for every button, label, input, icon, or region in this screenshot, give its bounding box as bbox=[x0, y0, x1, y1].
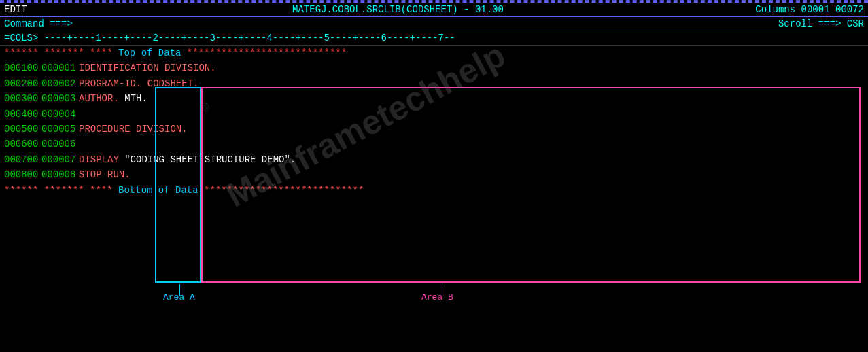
header-bar: EDIT MATEGJ.COBOL.SRCLIB(CODSHEET) - 01.… bbox=[0, 1, 868, 17]
command-bar: Command ===> Scroll ===> CSR bbox=[0, 17, 868, 31]
code-line-5: 000500 000005 PROCEDURE DIVISION. bbox=[0, 122, 868, 137]
code-content-8: STOP RUN. bbox=[79, 167, 864, 182]
line-num-7b: 000007 bbox=[41, 152, 79, 167]
header-mode: EDIT bbox=[4, 4, 27, 15]
line-num-3a: 000300 bbox=[4, 91, 41, 106]
line-num-1b: 000001 bbox=[41, 60, 79, 75]
code-line-4: 000400 000004 bbox=[0, 107, 868, 122]
bottom-stars-line: ****** ******* **** Bottom of Data *****… bbox=[0, 183, 868, 198]
code-content-3: AUTHOR. MTH. bbox=[79, 91, 864, 106]
code-line-8: 000800 000008 STOP RUN. bbox=[0, 167, 868, 182]
top-stars-line: ****** ******* **** Top of Data ********… bbox=[0, 46, 868, 60]
line-num-2a: 000200 bbox=[4, 76, 41, 91]
code-content-5: PROCEDURE DIVISION. bbox=[79, 122, 864, 137]
code-area: 000100 000001 IDENTIFICATION DIVISION. 0… bbox=[0, 60, 868, 182]
code-line-1: 000100 000001 IDENTIFICATION DIVISION. bbox=[0, 60, 868, 75]
code-content-2: PROGRAM-ID. CODSHEET. bbox=[79, 76, 864, 91]
line-num-5b: 000005 bbox=[41, 122, 79, 137]
editor-container: EDIT MATEGJ.COBOL.SRCLIB(CODSHEET) - 01.… bbox=[0, 0, 868, 352]
scroll-label: Scroll ===> CSR bbox=[778, 18, 864, 29]
command-label[interactable]: Command ===> bbox=[4, 18, 73, 29]
header-columns: Columns 00001 00072 bbox=[755, 4, 864, 15]
code-content-4 bbox=[79, 107, 864, 122]
code-line-2: 000200 000002 PROGRAM-ID. CODSHEET. bbox=[0, 76, 868, 91]
area-b-label: Area B bbox=[421, 292, 453, 302]
line-num-6a: 000600 bbox=[4, 137, 41, 152]
line-num-4b: 000004 bbox=[41, 107, 79, 122]
line-num-4a: 000400 bbox=[4, 107, 41, 122]
line-num-3b: 000003 bbox=[41, 91, 79, 106]
line-num-1a: 000100 bbox=[4, 60, 41, 75]
line-num-2b: 000002 bbox=[41, 76, 79, 91]
line-num-8b: 000008 bbox=[41, 167, 79, 182]
code-content-7: DISPLAY "CODING SHEET STRUCTURE DEMO". bbox=[79, 152, 864, 167]
line-num-5a: 000500 bbox=[4, 122, 41, 137]
code-line-6: 000600 000006 bbox=[0, 137, 868, 152]
header-title: MATEGJ.COBOL.SRCLIB(CODSHEET) - 01.00 bbox=[41, 4, 756, 15]
cols-bar: =COLS> ----+----1----+----2----+----3---… bbox=[0, 31, 868, 46]
line-num-8a: 000800 bbox=[4, 167, 41, 182]
area-a-label: Area A bbox=[163, 292, 195, 302]
line-num-7a: 000700 bbox=[4, 152, 41, 167]
code-content-6 bbox=[79, 137, 864, 152]
code-line-7: 000700 000007 DISPLAY "CODING SHEET STRU… bbox=[0, 152, 868, 167]
code-content-1: IDENTIFICATION DIVISION. bbox=[79, 60, 864, 75]
line-num-6b: 000006 bbox=[41, 137, 79, 152]
code-line-3: 000300 000003 AUTHOR. MTH. bbox=[0, 91, 868, 106]
